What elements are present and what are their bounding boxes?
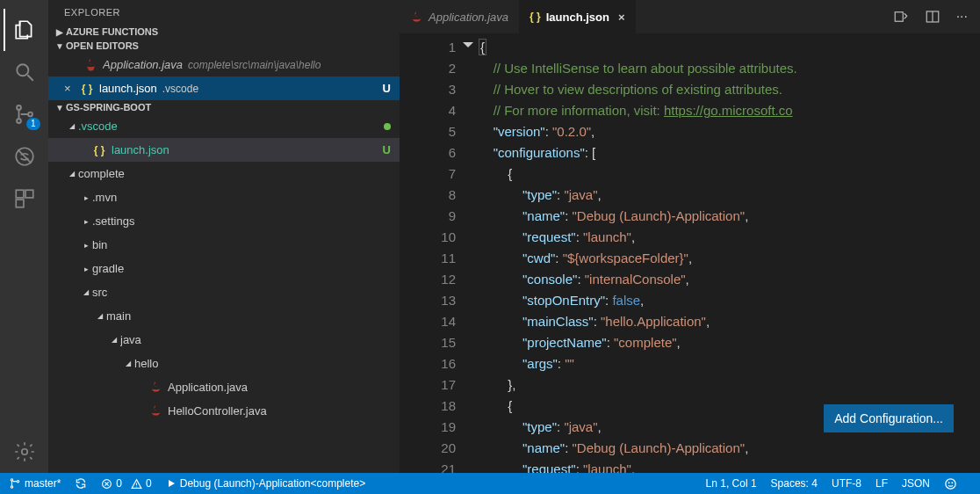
tree-item-label: java [120,333,141,346]
status-bar: master* 0 0 Debug (Launch)-Application<c… [0,473,980,494]
open-editor-item[interactable]: × { } launch.json .vscode U [48,76,400,100]
tree-item-label: Application.java [168,381,248,394]
tree-item-label: complete [78,167,125,180]
tab-application-java[interactable]: Application.java [400,0,519,33]
tree-folder[interactable]: ▸bin [48,233,400,257]
svg-rect-7 [16,200,24,207]
open-editor-item[interactable]: Application.java complete\src\main\java\… [48,53,400,76]
tree-folder[interactable]: ▸.settings [48,209,400,233]
tree-item-label: .mvn [92,191,117,204]
tree-file[interactable]: { }launch.jsonU [48,138,400,162]
activity-explorer[interactable] [4,9,46,51]
chevron-down-icon: ◢ [80,288,92,296]
svg-point-17 [952,482,953,483]
tree-item-label: gradle [92,262,124,275]
svg-point-2 [17,119,21,123]
tree-folder[interactable]: ◢java [48,328,400,352]
open-editors-list: Application.java complete\src\main\java\… [48,53,400,100]
files-icon [13,18,36,41]
svg-point-11 [11,479,12,481]
status-spaces[interactable]: Spaces: 4 [771,477,818,490]
tab-launch-json[interactable]: { } launch.json × [519,0,636,33]
tree-file[interactable]: HelloController.java [48,399,400,423]
git-status-badge: U [383,143,391,156]
status-feedback[interactable] [944,477,957,490]
editor-tabs: Application.java { } launch.json × ··· [400,0,980,33]
chevron-down-icon: ◢ [66,170,78,178]
extensions-icon [13,187,36,210]
tree-file[interactable]: Application.java [48,375,400,399]
status-debug-target[interactable]: Debug (Launch)-Application<complete> [166,477,365,490]
tree-folder[interactable]: ◢.vscode [48,114,400,138]
svg-point-1 [17,105,21,110]
chevron-down-icon: ◢ [122,360,134,367]
split-editor-icon[interactable] [925,9,940,25]
status-eol[interactable]: LF [876,477,888,490]
status-sync[interactable] [75,477,87,490]
tree-item-label: .settings [92,214,134,228]
java-icon [83,58,97,72]
tree-folder[interactable]: ▸gradle [48,257,400,280]
error-icon [101,478,112,490]
chevron-down-icon: ◢ [108,336,120,344]
tab-label: launch.json [546,11,609,24]
status-branch[interactable]: master* [9,477,61,490]
tree-folder[interactable]: ◢complete [48,162,400,185]
svg-point-13 [17,481,18,483]
activity-settings[interactable] [4,431,46,473]
status-warnings-count: 0 [146,477,152,490]
more-actions-icon[interactable]: ··· [956,9,968,25]
tree-folder[interactable]: ◢src [48,280,400,304]
smiley-icon [944,477,957,490]
status-errors-count: 0 [116,477,122,490]
open-changes-icon[interactable] [893,9,909,25]
close-icon[interactable]: × [64,82,76,95]
svg-point-3 [28,113,32,117]
section-workspace[interactable]: ▼ GS-SPRING-BOOT [48,100,400,114]
activity-debug[interactable] [4,135,46,178]
chevron-right-icon: ▸ [80,241,92,250]
tree-item-label: hello [134,357,158,370]
tree-item-label: HelloController.java [168,404,267,418]
tree-folder[interactable]: ◢hello [48,352,400,375]
section-label: GS-SPRING-BOOT [66,102,151,113]
sidebar-explorer: EXPLORER ▶ AZURE FUNCTIONS ▼ OPEN EDITOR… [48,0,400,473]
gear-icon [13,440,36,463]
activity-scm[interactable]: 1 [4,93,46,135]
code-editor[interactable]: 123456789101112131415161718192021 { // U… [400,33,980,473]
editor-item-name: Application.java [103,58,183,71]
status-cursor[interactable]: Ln 1, Col 1 [706,477,757,490]
branch-icon [9,477,21,490]
json-icon: { } [80,82,94,96]
editor-item-name: launch.json [99,82,157,95]
tree-item-label: .vscode [78,120,118,133]
tree-folder[interactable]: ◢main [48,304,400,328]
sidebar-title: EXPLORER [48,0,400,25]
close-icon[interactable]: × [618,11,625,24]
activity-extensions[interactable] [4,178,46,220]
svg-point-15 [946,478,955,488]
tree-folder[interactable]: ▸.mvn [48,185,400,209]
status-encoding[interactable]: UTF-8 [832,477,861,490]
tree-item-label: src [92,286,107,299]
tree-item-label: bin [92,238,107,251]
chevron-right-icon: ▸ [80,217,92,226]
editor-item-sub: .vscode [162,83,198,95]
json-icon: { } [530,11,541,23]
svg-rect-9 [895,12,903,22]
status-problems[interactable]: 0 0 [101,477,151,490]
play-icon [166,478,177,489]
section-azure-functions[interactable]: ▶ AZURE FUNCTIONS [48,25,400,39]
json-icon: { } [92,143,106,157]
status-debug-label: Debug (Launch)-Application<complete> [180,477,365,490]
chevron-right-icon: ▸ [80,193,92,202]
section-open-editors[interactable]: ▼ OPEN EDITORS [48,39,400,53]
add-configuration-button[interactable]: Add Configuration... [824,404,954,432]
status-language[interactable]: JSON [902,477,930,490]
section-label: OPEN EDITORS [66,40,139,51]
activity-search[interactable] [4,51,46,93]
line-gutter: 123456789101112131415161718192021 [400,33,479,473]
svg-point-0 [17,64,28,76]
modified-dot-icon [384,123,391,130]
java-icon [148,404,162,418]
